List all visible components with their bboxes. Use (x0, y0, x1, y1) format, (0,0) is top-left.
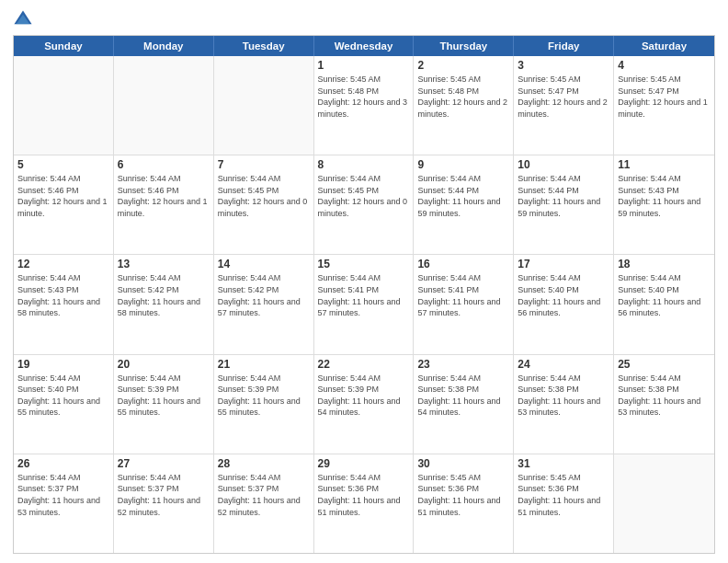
cell-day-number: 12 (17, 258, 109, 270)
calendar-cell (614, 454, 714, 553)
cell-day-number: 11 (618, 158, 711, 171)
cell-day-number: 28 (218, 457, 310, 470)
calendar-cell: 1Sunrise: 5:45 AMSunset: 5:48 PMDaylight… (314, 56, 415, 155)
header-day-saturday: Saturday (614, 36, 714, 56)
week-row-4: 26Sunrise: 5:44 AMSunset: 5:37 PMDayligh… (14, 454, 714, 553)
cell-info: Sunrise: 5:44 AMSunset: 5:38 PMDaylight:… (618, 373, 711, 419)
header-day-sunday: Sunday (14, 36, 114, 56)
cell-day-number: 24 (518, 358, 609, 371)
calendar-cell: 24Sunrise: 5:44 AMSunset: 5:38 PMDayligh… (514, 355, 614, 454)
cell-day-number: 5 (17, 158, 109, 171)
cell-info: Sunrise: 5:45 AMSunset: 5:36 PMDaylight:… (518, 472, 609, 518)
cell-day-number: 21 (218, 358, 310, 371)
cell-info: Sunrise: 5:44 AMSunset: 5:39 PMDaylight:… (318, 373, 410, 419)
calendar-body: 1Sunrise: 5:45 AMSunset: 5:48 PMDaylight… (14, 56, 714, 553)
cell-info: Sunrise: 5:44 AMSunset: 5:41 PMDaylight:… (417, 272, 509, 318)
calendar-cell: 4Sunrise: 5:45 AMSunset: 5:47 PMDaylight… (614, 56, 714, 155)
calendar-cell: 30Sunrise: 5:45 AMSunset: 5:36 PMDayligh… (414, 454, 514, 553)
cell-day-number: 18 (618, 258, 711, 270)
cell-day-number: 10 (518, 158, 609, 171)
cell-info: Sunrise: 5:44 AMSunset: 5:46 PMDaylight:… (118, 173, 210, 219)
cell-day-number: 15 (318, 258, 410, 270)
cell-info: Sunrise: 5:44 AMSunset: 5:40 PMDaylight:… (17, 373, 109, 419)
calendar-cell: 29Sunrise: 5:44 AMSunset: 5:36 PMDayligh… (314, 454, 415, 553)
calendar-cell: 11Sunrise: 5:44 AMSunset: 5:43 PMDayligh… (614, 155, 714, 254)
calendar-cell: 8Sunrise: 5:44 AMSunset: 5:45 PMDaylight… (314, 155, 415, 254)
cell-info: Sunrise: 5:45 AMSunset: 5:47 PMDaylight:… (618, 74, 711, 120)
cell-info: Sunrise: 5:44 AMSunset: 5:43 PMDaylight:… (618, 173, 711, 219)
logo-icon (13, 9, 33, 29)
calendar-cell: 9Sunrise: 5:44 AMSunset: 5:44 PMDaylight… (414, 155, 514, 254)
calendar-cell: 13Sunrise: 5:44 AMSunset: 5:42 PMDayligh… (114, 255, 214, 353)
cell-info: Sunrise: 5:44 AMSunset: 5:44 PMDaylight:… (518, 173, 609, 219)
cell-day-number: 17 (518, 258, 609, 270)
calendar-cell: 26Sunrise: 5:44 AMSunset: 5:37 PMDayligh… (14, 454, 114, 553)
cell-info: Sunrise: 5:44 AMSunset: 5:37 PMDaylight:… (17, 472, 109, 518)
calendar-cell: 17Sunrise: 5:44 AMSunset: 5:40 PMDayligh… (514, 255, 614, 353)
cell-info: Sunrise: 5:44 AMSunset: 5:42 PMDaylight:… (118, 272, 210, 318)
header (13, 9, 715, 29)
calendar-cell: 27Sunrise: 5:44 AMSunset: 5:37 PMDayligh… (114, 454, 214, 553)
cell-info: Sunrise: 5:45 AMSunset: 5:36 PMDaylight:… (417, 472, 509, 518)
cell-day-number: 19 (17, 358, 109, 371)
cell-day-number: 29 (318, 457, 410, 470)
cell-day-number: 3 (518, 59, 609, 72)
cell-day-number: 9 (417, 158, 509, 171)
calendar-cell: 25Sunrise: 5:44 AMSunset: 5:38 PMDayligh… (614, 355, 714, 454)
calendar-cell: 7Sunrise: 5:44 AMSunset: 5:45 PMDaylight… (214, 155, 314, 254)
cell-info: Sunrise: 5:45 AMSunset: 5:48 PMDaylight:… (417, 74, 509, 120)
logo (13, 9, 35, 29)
calendar-cell: 14Sunrise: 5:44 AMSunset: 5:42 PMDayligh… (214, 255, 314, 353)
cell-day-number: 27 (118, 457, 210, 470)
cell-info: Sunrise: 5:44 AMSunset: 5:38 PMDaylight:… (417, 373, 509, 419)
cell-info: Sunrise: 5:44 AMSunset: 5:39 PMDaylight:… (218, 373, 310, 419)
calendar-cell: 3Sunrise: 5:45 AMSunset: 5:47 PMDaylight… (514, 56, 614, 155)
cell-info: Sunrise: 5:44 AMSunset: 5:37 PMDaylight:… (118, 472, 210, 518)
week-row-3: 19Sunrise: 5:44 AMSunset: 5:40 PMDayligh… (14, 355, 714, 454)
cell-day-number: 22 (318, 358, 410, 371)
calendar-header: SundayMondayTuesdayWednesdayThursdayFrid… (14, 36, 714, 56)
calendar-cell: 16Sunrise: 5:44 AMSunset: 5:41 PMDayligh… (414, 255, 514, 353)
cell-info: Sunrise: 5:44 AMSunset: 5:40 PMDaylight:… (518, 272, 609, 318)
calendar-cell: 6Sunrise: 5:44 AMSunset: 5:46 PMDaylight… (114, 155, 214, 254)
cell-day-number: 8 (318, 158, 410, 171)
cell-day-number: 16 (417, 258, 509, 270)
cell-day-number: 4 (618, 59, 711, 72)
calendar-cell (14, 56, 114, 155)
week-row-1: 5Sunrise: 5:44 AMSunset: 5:46 PMDaylight… (14, 155, 714, 255)
cell-day-number: 13 (118, 258, 210, 270)
cell-day-number: 25 (618, 358, 711, 371)
cell-info: Sunrise: 5:44 AMSunset: 5:40 PMDaylight:… (618, 272, 711, 318)
calendar-cell: 31Sunrise: 5:45 AMSunset: 5:36 PMDayligh… (514, 454, 614, 553)
calendar-cell: 22Sunrise: 5:44 AMSunset: 5:39 PMDayligh… (314, 355, 415, 454)
calendar-cell (214, 56, 314, 155)
cell-info: Sunrise: 5:44 AMSunset: 5:46 PMDaylight:… (17, 173, 109, 219)
cell-day-number: 6 (118, 158, 210, 171)
cell-day-number: 31 (518, 457, 609, 470)
header-day-wednesday: Wednesday (314, 36, 415, 56)
cell-info: Sunrise: 5:44 AMSunset: 5:42 PMDaylight:… (218, 272, 310, 318)
cell-day-number: 23 (417, 358, 509, 371)
cell-info: Sunrise: 5:44 AMSunset: 5:41 PMDaylight:… (318, 272, 410, 318)
cell-day-number: 14 (218, 258, 310, 270)
cell-day-number: 2 (417, 59, 509, 72)
cell-day-number: 30 (417, 457, 509, 470)
calendar-cell: 28Sunrise: 5:44 AMSunset: 5:37 PMDayligh… (214, 454, 314, 553)
calendar-cell: 23Sunrise: 5:44 AMSunset: 5:38 PMDayligh… (414, 355, 514, 454)
calendar-cell (114, 56, 214, 155)
calendar-cell: 18Sunrise: 5:44 AMSunset: 5:40 PMDayligh… (614, 255, 714, 353)
cell-day-number: 7 (218, 158, 310, 171)
calendar-cell: 20Sunrise: 5:44 AMSunset: 5:39 PMDayligh… (114, 355, 214, 454)
header-day-thursday: Thursday (414, 36, 514, 56)
cell-info: Sunrise: 5:44 AMSunset: 5:45 PMDaylight:… (318, 173, 410, 219)
cell-info: Sunrise: 5:44 AMSunset: 5:39 PMDaylight:… (118, 373, 210, 419)
header-day-tuesday: Tuesday (214, 36, 314, 56)
page: SundayMondayTuesdayWednesdayThursdayFrid… (0, 0, 728, 563)
header-day-friday: Friday (514, 36, 614, 56)
calendar-cell: 5Sunrise: 5:44 AMSunset: 5:46 PMDaylight… (14, 155, 114, 254)
cell-info: Sunrise: 5:44 AMSunset: 5:43 PMDaylight:… (17, 272, 109, 318)
calendar-cell: 10Sunrise: 5:44 AMSunset: 5:44 PMDayligh… (514, 155, 614, 254)
cell-info: Sunrise: 5:44 AMSunset: 5:44 PMDaylight:… (417, 173, 509, 219)
calendar-cell: 2Sunrise: 5:45 AMSunset: 5:48 PMDaylight… (414, 56, 514, 155)
calendar-cell: 12Sunrise: 5:44 AMSunset: 5:43 PMDayligh… (14, 255, 114, 353)
